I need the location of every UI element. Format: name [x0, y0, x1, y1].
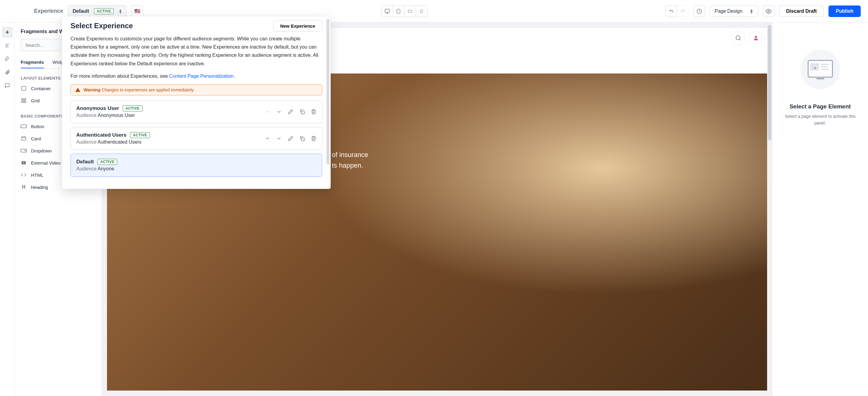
clock-icon: [696, 8, 702, 14]
viewport-landscape-button[interactable]: [405, 5, 416, 17]
rail-outline-button[interactable]: [2, 40, 13, 51]
canvas-user-button[interactable]: [749, 31, 763, 45]
svg-rect-17: [24, 98, 26, 100]
popover-description: Create Experiences to customize your pag…: [70, 35, 322, 68]
experience-label: Experience: [34, 8, 63, 14]
trash-icon: [311, 109, 316, 114]
svg-rect-34: [820, 69, 829, 70]
delete-button[interactable]: [311, 136, 316, 141]
publish-button[interactable]: Publish: [829, 5, 861, 17]
experience-card[interactable]: Default ACTIVE Audience Anyone: [70, 154, 322, 177]
viewport-tablet-button[interactable]: [393, 5, 405, 17]
svg-rect-5: [408, 10, 412, 12]
svg-rect-0: [385, 9, 389, 12]
chevron-up-icon: [265, 109, 270, 114]
duplicate-button[interactable]: [299, 109, 305, 114]
trash-icon: [311, 136, 316, 141]
rail-comments-button[interactable]: [2, 80, 13, 91]
heading-icon: H: [21, 184, 27, 190]
copy-icon: [299, 109, 305, 114]
status-badge: ACTIVE: [98, 159, 117, 165]
tab-fragments[interactable]: Fragments: [21, 57, 44, 68]
move-down-button[interactable]: [276, 136, 282, 141]
empty-state-illustration: [801, 50, 840, 89]
card-icon: [21, 136, 26, 141]
audience-label: Audience: [76, 113, 97, 118]
undo-icon: [669, 9, 674, 14]
fragment-label: Button: [31, 124, 44, 129]
experience-selector-value: Default: [73, 8, 89, 14]
fragment-label: HTML: [31, 172, 43, 178]
move-up-button[interactable]: [265, 136, 270, 141]
canvas-scrollbar[interactable]: [768, 25, 771, 140]
preview-button[interactable]: [763, 5, 774, 17]
landscape-icon: [407, 9, 413, 13]
svg-rect-21: [22, 137, 26, 140]
flag-us-icon: 🇺🇸: [134, 8, 141, 14]
redo-button[interactable]: [677, 5, 689, 17]
rail-fragments-button[interactable]: [2, 27, 13, 38]
chevron-updown-icon: ▲▼: [119, 9, 122, 14]
experience-card[interactable]: Anonymous User ACTIVE Audience Anonymous…: [70, 100, 322, 123]
audience-value: Anyone: [98, 166, 114, 171]
undo-button[interactable]: [665, 5, 677, 17]
square-icon: [21, 86, 26, 91]
rail-mapping-button[interactable]: [2, 67, 13, 78]
user-icon: [753, 35, 759, 41]
experience-popover: Select Experience New Experience Create …: [62, 16, 331, 189]
fragment-label: Heading: [31, 185, 48, 190]
duplicate-button[interactable]: [299, 136, 305, 141]
delete-button[interactable]: [311, 109, 316, 114]
viewport-group: [381, 5, 428, 17]
svg-rect-36: [302, 111, 305, 114]
edit-button[interactable]: [288, 109, 293, 114]
popover-title: Select Experience: [70, 22, 133, 30]
svg-rect-16: [22, 98, 23, 100]
experience-selector[interactable]: Default ACTIVE ▲▼: [68, 5, 127, 17]
audience-label: Audience: [76, 139, 97, 144]
experience-name: Authenticated Users: [76, 132, 126, 138]
locale-button[interactable]: 🇺🇸: [132, 5, 143, 17]
svg-rect-32: [820, 64, 830, 65]
audience-value: Anonymous User: [98, 113, 135, 118]
history-button[interactable]: [693, 5, 705, 17]
move-down-button[interactable]: [276, 109, 282, 114]
phone-icon: [420, 8, 423, 14]
desktop-icon: [384, 8, 390, 14]
list-icon: [5, 43, 10, 48]
popover-more-info: For more information about Experiences, …: [70, 72, 322, 80]
experience-name: Anonymous User: [76, 105, 119, 111]
right-panel-title: Select a Page Element: [789, 103, 851, 110]
page-mode-selector[interactable]: Page Design ▲▼: [710, 5, 758, 17]
popover-scrollbar[interactable]: [327, 19, 330, 165]
svg-rect-30: [810, 63, 819, 70]
eye-icon: [766, 8, 772, 14]
move-up-button: [265, 109, 270, 114]
copy-icon: [299, 136, 305, 141]
viewport-phone-button[interactable]: [416, 5, 428, 17]
search-icon: [735, 35, 741, 41]
viewport-desktop-button[interactable]: [381, 5, 393, 17]
personalization-link[interactable]: Content Page Personalization.: [169, 73, 235, 79]
experience-card[interactable]: Authenticated Users ACTIVE Audience Auth…: [70, 127, 322, 150]
edit-button[interactable]: [288, 136, 293, 141]
rail-design-button[interactable]: [2, 54, 13, 64]
svg-point-26: [736, 36, 740, 40]
chevron-down-icon: [276, 136, 282, 141]
dropdown-icon: [21, 148, 27, 153]
chevron-up-icon: [265, 136, 270, 141]
plus-icon: [5, 29, 10, 35]
discard-draft-button[interactable]: Discard Draft: [779, 5, 824, 17]
svg-point-9: [768, 10, 769, 12]
canvas-search-button[interactable]: [731, 31, 745, 45]
fragment-label: Grid: [31, 98, 39, 103]
left-rail: [0, 23, 14, 396]
experience-name: Default: [76, 159, 94, 165]
status-badge: ACTIVE: [130, 132, 150, 138]
svg-rect-18: [22, 101, 23, 103]
new-experience-button[interactable]: New Experience: [273, 20, 322, 32]
status-badge: ACTIVE: [94, 8, 114, 14]
code-icon: [21, 172, 26, 178]
svg-rect-19: [24, 101, 26, 103]
page-mode-value: Page Design: [715, 8, 742, 14]
